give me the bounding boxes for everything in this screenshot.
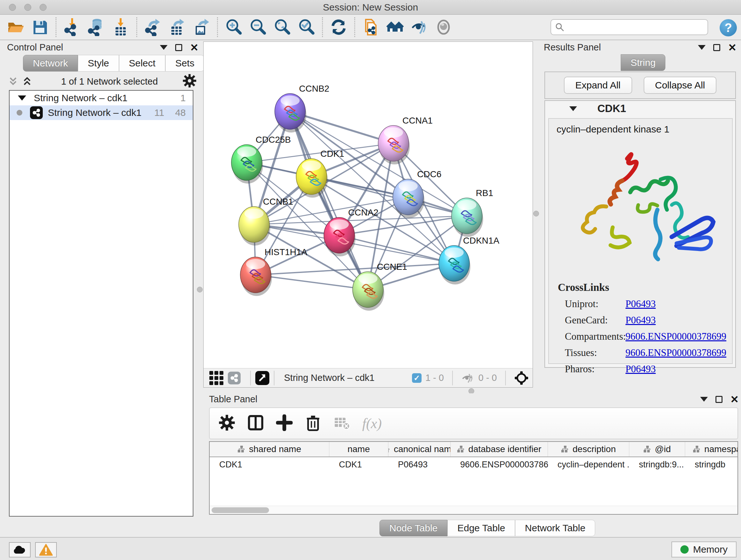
selected-nodes-checkbox[interactable]: ✓ xyxy=(412,373,421,383)
network-node-ccnb2[interactable]: CCNB2 xyxy=(275,84,329,132)
import-table-file-button[interactable] xyxy=(111,17,131,37)
copy-network-button[interactable] xyxy=(361,17,381,37)
table-cell[interactable]: CDK1 xyxy=(210,460,329,470)
column-header-canonical-name[interactable]: canonical name xyxy=(388,442,451,456)
network-node-ccna1[interactable]: CCNA1 xyxy=(378,116,433,165)
grid-view-icon[interactable] xyxy=(209,371,223,385)
close-panel-icon[interactable]: ✕ xyxy=(730,394,739,405)
network-collection-row[interactable]: String Network – cdk1 1 xyxy=(10,91,193,105)
tab-style[interactable]: Style xyxy=(78,55,119,71)
tab-string[interactable]: String xyxy=(621,54,665,71)
table-cell[interactable]: P06493 xyxy=(388,460,451,470)
memory-button[interactable]: Memory xyxy=(671,542,737,557)
float-panel-icon[interactable] xyxy=(716,396,723,403)
network-node-rb1[interactable]: RB1 xyxy=(452,188,493,237)
zoom-in-button[interactable] xyxy=(224,17,244,37)
network-row[interactable]: String Network – cdk1 11 48 xyxy=(10,105,193,120)
export-network-button[interactable] xyxy=(143,17,163,37)
column-header-namespace[interactable]: namespace xyxy=(685,442,738,456)
cloud-status-button[interactable] xyxy=(9,542,30,557)
compartments-link[interactable]: 9606.ENSP00000378699 xyxy=(625,331,726,342)
uniprot-link[interactable]: P06493 xyxy=(625,298,656,310)
column-header-shared-name[interactable]: shared name xyxy=(210,442,329,456)
float-panel-icon[interactable] xyxy=(175,44,182,51)
collection-expander-icon[interactable] xyxy=(18,96,26,101)
column-header-description[interactable]: description xyxy=(548,442,629,456)
pharos-link[interactable]: P06493 xyxy=(625,363,656,375)
tab-network-table[interactable]: Network Table xyxy=(515,520,596,537)
home-button[interactable] xyxy=(385,17,405,37)
network-view-toolbar: String Network – cdk1 ✓ 1 - 0 0 - 0 xyxy=(204,368,533,387)
network-node-cdkn1a[interactable]: CDKN1A xyxy=(439,236,499,285)
zoom-out-button[interactable] xyxy=(248,17,268,37)
right-splitter-handle[interactable] xyxy=(533,211,539,216)
open-session-button[interactable] xyxy=(6,17,25,37)
genecard-link[interactable]: P06493 xyxy=(625,314,656,326)
warning-status-button[interactable] xyxy=(35,542,57,557)
network-canvas[interactable]: CCNB2CCNA1CDC25BCDK1CDC6RB1CCNB1CCNA2CDK… xyxy=(204,42,533,368)
network-overview-icon[interactable] xyxy=(228,372,241,384)
export-image-button[interactable] xyxy=(192,17,211,37)
detach-view-icon[interactable] xyxy=(255,371,269,385)
table-cell[interactable]: stringdb xyxy=(685,460,738,470)
expand-all-networks-icon[interactable] xyxy=(22,76,32,87)
show-columns-icon[interactable] xyxy=(247,415,264,432)
network-node-cdc25b[interactable]: CDC25B xyxy=(231,135,291,184)
tab-select[interactable]: Select xyxy=(119,55,165,71)
birds-eye-toggle-icon[interactable] xyxy=(514,371,529,385)
network-options-gear-icon[interactable] xyxy=(183,74,197,89)
close-panel-icon[interactable]: ✕ xyxy=(728,43,737,53)
column-header-database-identifier[interactable]: database identifier xyxy=(451,442,548,456)
minimize-window-button[interactable] xyxy=(24,4,31,11)
zoom-selected-button[interactable] xyxy=(296,17,316,37)
import-network-file-button[interactable] xyxy=(62,17,82,37)
network-edge[interactable] xyxy=(290,111,368,290)
network-node-ccnb1[interactable]: CCNB1 xyxy=(239,197,293,246)
zoom-fit-button[interactable] xyxy=(272,17,292,37)
expand-all-button[interactable]: Expand All xyxy=(564,77,632,94)
panel-menu-icon[interactable] xyxy=(700,397,708,401)
left-splitter-handle[interactable] xyxy=(197,287,203,293)
network-node-hist1h1a[interactable]: HIST1H1A xyxy=(240,247,307,296)
table-settings-gear-icon[interactable] xyxy=(219,415,235,432)
table-cell[interactable]: cyclin–dependent ... xyxy=(548,460,629,470)
export-table-button[interactable] xyxy=(167,17,187,37)
collapse-all-button[interactable]: Collapse All xyxy=(644,77,717,94)
tissues-link[interactable]: 9606.ENSP00000378699 xyxy=(625,347,726,359)
refresh-button[interactable] xyxy=(329,17,348,37)
gene-expander-icon[interactable] xyxy=(569,106,577,111)
panel-menu-icon[interactable] xyxy=(698,45,705,50)
gene-section-header[interactable]: CDK1 xyxy=(545,101,735,116)
eye-button[interactable] xyxy=(434,17,454,37)
close-window-button[interactable] xyxy=(9,4,16,11)
help-button[interactable]: ? xyxy=(720,19,737,37)
table-cell[interactable]: 9606.ENSP00000378699 xyxy=(451,460,548,470)
column-header-name[interactable]: name xyxy=(329,442,388,456)
delete-column-icon[interactable] xyxy=(305,415,321,432)
collapse-all-networks-icon[interactable] xyxy=(8,76,18,87)
tab-node-table[interactable]: Node Table xyxy=(380,520,448,537)
network-node-ccna2[interactable]: CCNA2 xyxy=(324,207,379,256)
import-network-database-button[interactable] xyxy=(86,17,106,37)
tab-network[interactable]: Network xyxy=(23,55,78,71)
network-edge[interactable] xyxy=(256,275,368,290)
create-column-icon[interactable] xyxy=(276,415,293,432)
table-cell[interactable]: CDK1 xyxy=(329,460,388,470)
search-input[interactable] xyxy=(567,20,708,35)
panel-menu-icon[interactable] xyxy=(160,45,167,50)
scrollbar-thumb[interactable] xyxy=(212,507,269,513)
hide-unhide-button[interactable] xyxy=(409,17,429,37)
float-panel-icon[interactable] xyxy=(713,44,720,51)
network-node-cdk1[interactable]: CDK1 xyxy=(296,149,344,198)
save-session-button[interactable] xyxy=(30,17,50,37)
tab-edge-table[interactable]: Edge Table xyxy=(448,520,515,537)
table-horizontal-scrollbar[interactable] xyxy=(210,506,738,514)
node-table[interactable]: shared namenamecanonical namedatabase id… xyxy=(209,441,738,515)
column-header--id[interactable]: @id xyxy=(629,442,685,456)
tab-sets[interactable]: Sets xyxy=(165,55,204,71)
eye-icon xyxy=(434,18,453,36)
table-cell[interactable]: stringdb:9... xyxy=(629,460,685,470)
toolbar-search xyxy=(550,19,708,35)
close-panel-icon[interactable]: ✕ xyxy=(190,43,199,53)
maximize-window-button[interactable] xyxy=(40,4,47,11)
